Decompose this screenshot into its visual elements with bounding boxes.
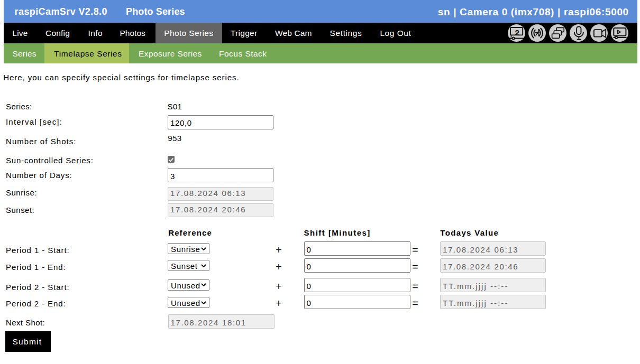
svg-text:2: 2 (515, 28, 519, 37)
